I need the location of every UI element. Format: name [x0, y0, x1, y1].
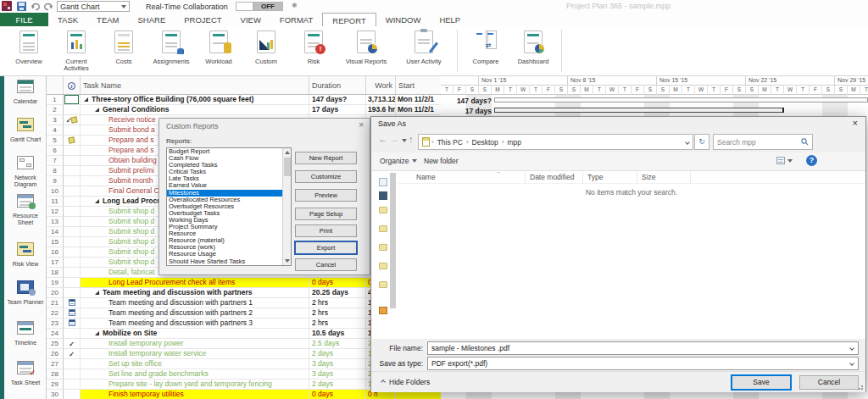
sidebar-item-calendar[interactable]: Calendar [4, 80, 47, 105]
duration-cell[interactable]: 2 days [309, 380, 366, 390]
info-column-header[interactable]: i [64, 76, 81, 94]
row-number[interactable]: 20 [47, 288, 64, 298]
row-info-cell[interactable] [64, 258, 81, 268]
size-column-header[interactable]: Size [642, 173, 656, 181]
view-selector-dropdown[interactable]: Gantt Chart [57, 1, 130, 12]
menu-item[interactable]: WINDOW [376, 13, 431, 26]
row-info-cell[interactable] [64, 207, 81, 217]
task-name-cell[interactable]: Team meeting and discussion with partner… [81, 288, 309, 298]
row-info-cell[interactable] [64, 298, 81, 308]
dialog-button[interactable]: Cancel [295, 258, 357, 271]
row-number[interactable]: 2 [47, 105, 64, 115]
sidebar-item-gantt-chart[interactable]: Gantt Chart [4, 118, 47, 143]
back-arrow-icon[interactable]: ← [378, 135, 387, 144]
task-name-cell[interactable]: Long Lead Procurement check all items [81, 278, 309, 288]
collapse-caret-icon[interactable] [95, 291, 99, 295]
row-number[interactable]: 8 [47, 166, 64, 176]
breadcrumb-desktop[interactable]: Desktop [470, 138, 500, 147]
row-number[interactable]: 23 [47, 319, 64, 329]
row-info-cell[interactable] [64, 217, 81, 227]
menu-item[interactable]: REPORT [322, 13, 376, 26]
file-name-input[interactable]: sample - Milestones .pdf [427, 341, 859, 355]
row-number[interactable]: 14 [47, 227, 64, 237]
save-icon[interactable] [17, 2, 26, 11]
row-info-cell[interactable] [64, 237, 81, 247]
duration-cell[interactable]: 2.5 days [309, 339, 366, 349]
menu-item[interactable]: TASK [48, 13, 87, 26]
row-info-cell[interactable] [64, 359, 81, 369]
row-info-cell[interactable] [64, 288, 81, 298]
row-number-header[interactable] [47, 76, 64, 94]
task-name-header[interactable]: Task Name [81, 76, 309, 94]
ribbon-current-activities-button[interactable]: Current Activities [53, 30, 100, 72]
ribbon-overview-button[interactable]: Overview [5, 30, 53, 65]
chevron-down-icon[interactable] [685, 140, 690, 145]
scroll-up-icon[interactable] [285, 151, 290, 154]
duration-cell[interactable]: 2 hrs [309, 298, 366, 308]
save-button[interactable]: Save [732, 375, 791, 390]
dialog-button[interactable]: Preview [295, 189, 357, 202]
table-row[interactable]: 1 Three-story Office Building (76,000 sq… [47, 95, 441, 105]
row-number[interactable]: 30 [47, 390, 64, 399]
close-icon[interactable]: × [359, 120, 364, 130]
up-arrow-icon[interactable]: ↑ [409, 135, 414, 144]
row-info-cell[interactable]: ✓ [64, 349, 81, 359]
sidebar-item-risk-view[interactable]: Risk View [4, 242, 47, 268]
task-name-cell[interactable]: Team meeting and discussion with partner… [81, 298, 309, 308]
ribbon-assignments-button[interactable]: Assignments [147, 30, 195, 65]
menu-item[interactable]: SHARE [129, 13, 175, 26]
row-number[interactable]: 7 [47, 156, 64, 166]
view-toggle-button[interactable] [776, 157, 793, 164]
cancel-button[interactable]: Cancel [799, 375, 859, 390]
row-number[interactable]: 3 [47, 115, 64, 125]
close-icon[interactable]: × [853, 118, 858, 128]
ribbon-custom-button[interactable]: Custom [242, 30, 290, 65]
row-number[interactable]: 18 [47, 268, 64, 278]
menu-item[interactable]: FORMAT [270, 13, 322, 26]
row-number[interactable]: 21 [47, 298, 64, 308]
dialog-button[interactable]: Page Setup [295, 208, 357, 220]
menu-item[interactable]: HELP [430, 13, 470, 26]
row-number[interactable]: 13 [47, 217, 64, 227]
start-cell[interactable]: Mon 11/2/1 [396, 105, 441, 115]
search-input[interactable]: Search mpp [713, 134, 813, 150]
row-info-cell[interactable] [64, 146, 81, 156]
redo-icon[interactable] [43, 2, 53, 11]
start-header[interactable]: Start [396, 76, 441, 94]
row-number[interactable]: 28 [47, 369, 64, 380]
task-name-cell[interactable]: Install temporary water service [81, 349, 309, 359]
task-name-cell[interactable]: Mobilize on Site [81, 329, 309, 339]
task-name-cell[interactable]: Three-story Office Building (76,000 squa… [81, 95, 309, 105]
ribbon-user-activity-button[interactable]: User Activity [395, 30, 453, 65]
row-number[interactable]: 17 [47, 258, 64, 268]
work-header[interactable]: Work [366, 76, 396, 94]
sidebar-item-timeline[interactable]: Timeline [4, 321, 47, 346]
collab-toggle[interactable]: OFF [236, 2, 283, 11]
ribbon-compare-button[interactable]: ⇄ Compare [462, 30, 509, 65]
row-info-cell[interactable] [64, 95, 81, 105]
collapse-caret-icon[interactable] [95, 108, 99, 112]
row-info-cell[interactable] [64, 247, 81, 258]
refresh-icon[interactable]: ↻ [694, 134, 709, 150]
sidebar-item-resource-sheet[interactable]: Resource Sheet [4, 194, 47, 225]
row-number[interactable]: 19 [47, 278, 64, 288]
row-number[interactable]: 26 [47, 349, 64, 359]
ribbon-visual-reports-button[interactable]: Visual Reports [337, 30, 395, 65]
duration-cell[interactable]: 2 hrs [309, 308, 366, 319]
row-info-cell[interactable] [64, 390, 81, 399]
menu-item[interactable]: PROJECT [175, 13, 231, 26]
row-number[interactable]: 1 [47, 95, 64, 105]
row-info-cell[interactable]: ✓ [64, 339, 81, 349]
work-cell[interactable]: 3,713.12 hrs [366, 95, 396, 105]
report-list-item[interactable]: Should Have Started Tasks [167, 258, 282, 265]
date-modified-column-header[interactable]: Date modified [530, 173, 574, 181]
save-type-dropdown[interactable]: PDF export(*.pdf) [427, 357, 859, 370]
row-info-cell[interactable] [64, 380, 81, 390]
collapse-caret-icon[interactable] [84, 97, 88, 102]
menu-item[interactable]: VIEW [231, 13, 270, 26]
row-info-cell[interactable] [64, 176, 81, 186]
row-info-cell[interactable] [64, 329, 81, 339]
row-info-cell[interactable] [64, 268, 81, 278]
row-info-cell[interactable] [64, 319, 81, 329]
dialog-button[interactable]: New Report [295, 152, 357, 164]
